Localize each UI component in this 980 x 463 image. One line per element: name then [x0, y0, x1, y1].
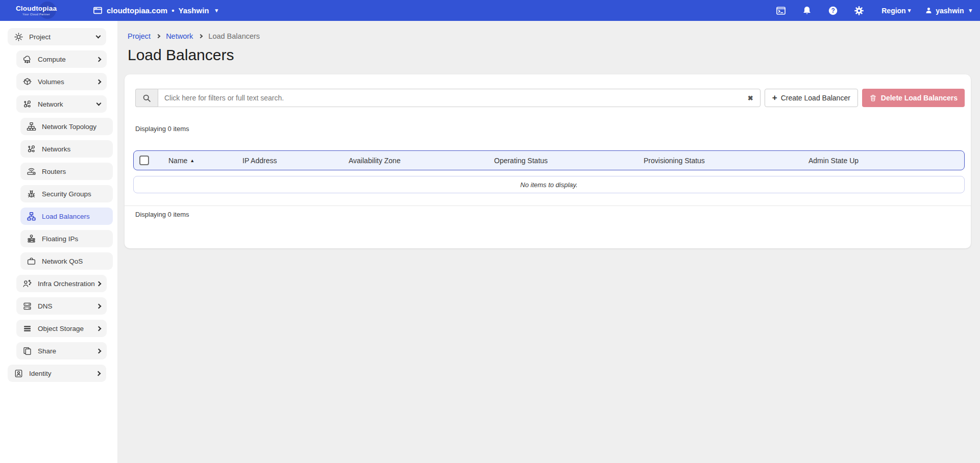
sidebar-item-label: Identity [29, 370, 52, 377]
security-groups-icon [27, 189, 36, 199]
breadcrumb-project[interactable]: Project [128, 32, 151, 40]
main-content: Project Network Load Balancers Load Bala… [117, 21, 980, 463]
domain-project-selector[interactable]: cloudtopiaa.com • Yashwin ▾ [93, 6, 218, 15]
floating-ips-icon [27, 234, 36, 244]
select-all-checkbox[interactable] [139, 156, 149, 165]
sidebar-item-object-storage[interactable]: Object Storage [16, 320, 107, 337]
console-icon[interactable] [776, 6, 786, 16]
user-menu[interactable]: yashwin ▾ [925, 7, 972, 15]
column-header-provisioning-status[interactable]: Provisioning Status [644, 157, 808, 165]
sidebar-item-project[interactable]: Project [8, 28, 106, 45]
table-empty-row: No items to display. [133, 176, 965, 193]
sidebar-item-label: Network [38, 100, 63, 108]
column-header-admin-state-up[interactable]: Admin State Up [808, 157, 964, 165]
chevron-right-icon [96, 348, 102, 353]
sidebar-item-label: Network QoS [42, 258, 83, 265]
sidebar-item-floating-ips[interactable]: Floating IPs [20, 230, 113, 247]
brand-logo[interactable]: Cloudtopiaa Your Cloud Partner [6, 5, 66, 16]
column-header-name[interactable]: Name ▲ [168, 157, 242, 165]
region-dropdown[interactable]: Region ▾ [881, 7, 911, 15]
network-topology-icon [27, 122, 36, 132]
sidebar-item-label: Security Groups [42, 190, 91, 198]
page-title: Load Balancers [128, 46, 980, 64]
sidebar-item-network-topology[interactable]: Network Topology [20, 118, 113, 135]
sidebar-item-label: Load Balancers [42, 213, 90, 220]
volumes-icon [22, 77, 32, 87]
column-header-operating-status[interactable]: Operating Status [494, 157, 644, 165]
bell-icon[interactable] [802, 6, 812, 16]
settings-gear-icon[interactable] [854, 6, 864, 16]
sidebar-item-label: Routers [42, 168, 66, 175]
sidebar-item-identity[interactable]: Identity [8, 365, 106, 382]
sidebar-item-label: Infra Orchestration [38, 280, 95, 288]
table-header-row: Name ▲ IP Address Availability Zone Oper… [133, 150, 965, 170]
topbar: Cloudtopiaa Your Cloud Partner cloudtopi… [0, 0, 980, 21]
search-bar: ✖ [135, 89, 761, 107]
search-input[interactable] [158, 89, 761, 107]
sidebar-item-label: Share [38, 347, 56, 355]
column-header-availability-zone[interactable]: Availability Zone [349, 157, 494, 165]
breadcrumb-current: Load Balancers [208, 32, 260, 40]
sidebar-item-label: Network Topology [42, 123, 96, 131]
search-icon[interactable] [135, 89, 158, 107]
chevron-right-icon [96, 79, 102, 84]
svg-text:?: ? [831, 7, 835, 14]
compute-icon [22, 55, 32, 64]
breadcrumb-network[interactable]: Network [166, 32, 193, 40]
chevron-down-icon [96, 100, 102, 106]
routers-icon [27, 167, 36, 176]
context-separator: • [172, 6, 174, 15]
chevron-right-icon [96, 281, 102, 286]
sidebar-item-compute[interactable]: Compute [16, 50, 107, 68]
context-project: Yashwin [178, 6, 209, 15]
divider [125, 205, 971, 206]
chevron-down-icon [96, 33, 101, 38]
context-domain: cloudtopiaa.com [107, 6, 167, 15]
sidebar-item-security-groups[interactable]: Security Groups [20, 185, 113, 202]
chevron-right-icon [96, 303, 102, 308]
sidebar-item-label: DNS [38, 302, 53, 310]
sidebar-item-network-qos[interactable]: Network QoS [20, 252, 113, 270]
chevron-right-icon [96, 371, 101, 376]
share-icon [22, 346, 32, 356]
sort-asc-icon: ▲ [190, 158, 194, 163]
window-icon [93, 6, 103, 15]
sidebar-item-infra-orchestration[interactable]: Infra Orchestration [16, 275, 107, 292]
network-qos-icon [27, 256, 36, 266]
chevron-down-icon: ▾ [908, 7, 911, 14]
user-icon [925, 7, 933, 14]
delete-load-balancers-button[interactable]: Delete Load Balancers [862, 89, 965, 107]
help-icon[interactable]: ? [828, 6, 838, 16]
sidebar-item-share[interactable]: Share [16, 342, 107, 359]
plus-icon: + [772, 93, 777, 102]
create-load-balancer-button[interactable]: + Create Load Balancer [765, 89, 858, 107]
sidebar-item-label: Networks [42, 145, 70, 153]
sidebar-item-routers[interactable]: Routers [20, 163, 113, 180]
sidebar-item-dns[interactable]: DNS [16, 297, 107, 315]
sidebar-item-volumes[interactable]: Volumes [16, 73, 107, 90]
chevron-down-icon: ▾ [215, 7, 218, 14]
sidebar-item-label: Volumes [38, 78, 64, 86]
column-header-ip-address[interactable]: IP Address [242, 157, 349, 165]
clear-search-icon[interactable]: ✖ [748, 94, 753, 102]
object-storage-icon [22, 324, 32, 333]
chevron-down-icon: ▾ [969, 7, 972, 14]
load-balancers-card: ✖ + Create Load Balancer Delete Load Bal… [125, 74, 971, 248]
region-label: Region [881, 7, 905, 15]
chevron-right-icon [156, 34, 160, 38]
topbar-actions: ? Region ▾ [760, 6, 972, 16]
sidebar: Project Compute Volume [0, 21, 117, 463]
empty-message: No items to display. [520, 181, 577, 189]
sidebar-item-network[interactable]: Network [16, 95, 107, 113]
toolbar: ✖ + Create Load Balancer Delete Load Bal… [135, 89, 965, 107]
infra-orchestration-icon [22, 279, 32, 289]
trash-icon [869, 94, 877, 102]
sidebar-item-label: Floating IPs [42, 235, 78, 243]
chevron-right-icon [96, 326, 102, 331]
sidebar-item-label: Project [29, 33, 51, 41]
project-icon [14, 32, 23, 42]
sidebar-item-networks[interactable]: Networks [20, 140, 113, 158]
sidebar-item-load-balancers[interactable]: Load Balancers [20, 208, 113, 225]
item-count-top: Displaying 0 items [135, 125, 965, 133]
networks-icon [27, 144, 36, 154]
